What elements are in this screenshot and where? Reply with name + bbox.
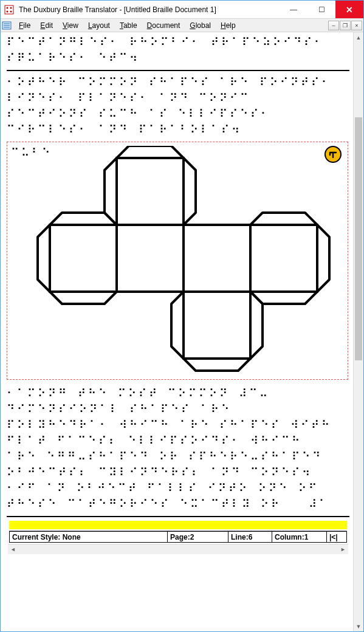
svg-marker-15 [117,146,184,158]
embedded-graphic-frame[interactable]: ⠉⠥⠃⠑ [7,142,348,380]
menu-edit[interactable]: Edit [35,21,58,30]
status-line: Line:6 [228,531,272,543]
svg-point-4 [10,10,12,12]
close-button[interactable]: ✕ [335,1,363,18]
status-page: Page:2 [167,531,228,543]
document-view[interactable]: ⠏⠑⠉⠞⠁⠝⠛⠇⠑⠎⠂ ⠗⠓⠕⠍⠃⠊⠂ ⠞⠗⠁⠏⠑⠵⠕⠊⠙⠎⠂ ⠎⠟⠥⠁⠗⠑⠎⠂… [1,32,353,631]
braille-text-3: ⠂⠁⠍⠕⠝⠛ ⠞⠓⠑ ⠍⠕⠎⠞ ⠉⠕⠍⠍⠕⠝ ⠼⠉⠤ ⠙⠊⠍⠑⠝⠎⠊⠕⠝⠁⠇ ⠎… [7,386,349,512]
svg-rect-13 [250,225,317,292]
svg-point-3 [7,10,9,12]
mdi-controls: – ❐ × [328,21,362,30]
divider [7,70,349,71]
horizontal-scrollbar[interactable]: ◄ ► [8,544,348,554]
menu-table[interactable]: Table [115,21,142,30]
braille-text-1: ⠏⠑⠉⠞⠁⠝⠛⠇⠑⠎⠂ ⠗⠓⠕⠍⠃⠊⠂ ⠞⠗⠁⠏⠑⠵⠕⠊⠙⠎⠂ ⠎⠟⠥⠁⠗⠑⠎⠂… [7,35,349,66]
client-area: ⠏⠑⠉⠞⠁⠝⠛⠇⠑⠎⠂ ⠗⠓⠕⠍⠃⠊⠂ ⠞⠗⠁⠏⠑⠵⠕⠊⠙⠎⠂ ⠎⠟⠥⠁⠗⠑⠎⠂… [1,32,363,631]
status-end: |<| [326,531,347,543]
status-style: Current Style: None [9,531,167,543]
svg-point-1 [7,7,9,9]
svg-marker-23 [105,158,117,225]
menu-document[interactable]: Document [142,21,185,30]
svg-marker-18 [50,292,117,304]
svg-rect-9 [117,158,184,225]
document-icon [2,21,12,30]
scrollbar-thumb[interactable] [355,117,362,360]
menu-layout[interactable]: Layout [83,21,115,30]
window-title: The Duxbury Braille Translator - [Untitl… [18,5,280,14]
svg-rect-12 [184,225,250,292]
mdi-close-button[interactable]: × [351,21,362,30]
scroll-right-icon[interactable]: ► [338,544,348,554]
menu-file[interactable]: File [14,21,35,30]
svg-marker-26 [250,292,263,359]
svg-marker-22 [317,225,329,292]
menu-view[interactable]: View [58,21,83,30]
svg-marker-17 [250,213,317,225]
cube-net-graphic [32,146,335,377]
svg-marker-20 [184,359,250,371]
braille-text-2: ⠂⠕⠞⠓⠑⠗ ⠉⠕⠍⠍⠕⠝ ⠎⠓⠁⠏⠑⠎ ⠁⠗⠑ ⠏⠕⠊⠝⠞⠎⠂ ⠇⠊⠝⠑⠎⠂ … [7,75,349,138]
maximize-button[interactable]: ☐ [307,1,335,18]
scroll-down-icon[interactable]: ▼ [354,621,363,631]
svg-marker-24 [184,158,196,225]
window-controls: — ☐ ✕ [280,1,363,18]
svg-rect-10 [50,225,117,292]
svg-rect-14 [184,292,250,359]
menubar: File Edit View Layout Table Document Glo… [1,19,363,32]
svg-marker-25 [171,292,184,359]
svg-marker-21 [38,225,50,292]
menu-global[interactable]: Global [185,21,216,30]
scroll-left-icon[interactable]: ◄ [8,544,18,554]
svg-point-2 [10,7,12,9]
scroll-up-icon[interactable]: ▲ [354,32,363,43]
svg-rect-11 [117,225,184,292]
mdi-restore-button[interactable]: ❐ [340,21,351,30]
app-icon [4,5,14,15]
page-break-marker [9,521,347,529]
titlebar: The Duxbury Braille Translator - [Untitl… [1,1,363,19]
menu-help[interactable]: Help [216,21,241,30]
status-column: Column:1 [272,531,326,543]
mdi-minimize-button[interactable]: – [328,21,339,30]
statusbar: Current Style: None Page:2 Line:6 Column… [9,531,347,543]
vertical-scrollbar[interactable]: ▲ ▼ [353,32,363,631]
minimize-button[interactable]: — [280,1,307,18]
divider-2 [7,516,349,517]
svg-rect-0 [5,5,13,14]
